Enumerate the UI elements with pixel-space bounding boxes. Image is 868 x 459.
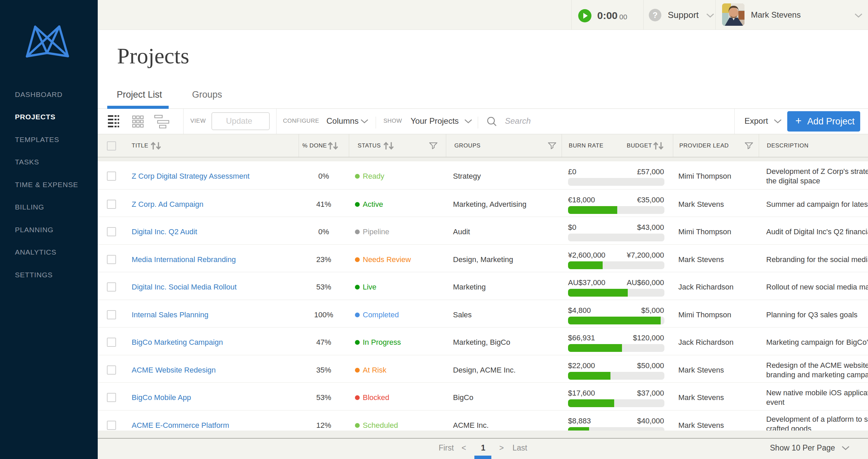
svg-text:?: ? [653, 11, 658, 20]
